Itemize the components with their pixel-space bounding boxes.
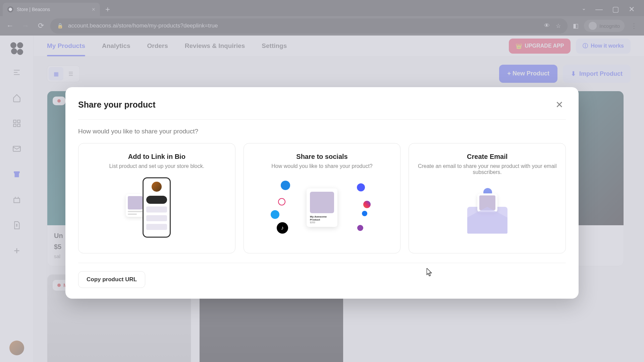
option-desc: Create an email to share your new produc… [416,163,559,175]
tiktok-icon: ♪ [277,222,288,234]
option-desc: List product and set up your store block… [85,163,228,169]
socials-illustration: My Awesome Product $200 ♪ [251,177,394,238]
option-desc: How would you like to share your product… [251,163,394,169]
social-icon [281,181,290,190]
share-option-email[interactable]: Create Email Create an email to share yo… [409,143,566,253]
option-title: Create Email [416,153,559,161]
option-title: Add to Link in Bio [85,153,228,161]
modal-overlay[interactable]: Share your product ✕ How would you like … [0,0,644,362]
share-option-linkbio[interactable]: Add to Link in Bio List product and set … [78,143,235,253]
messenger-icon [278,198,285,205]
share-modal: Share your product ✕ How would you like … [65,87,579,299]
facebook-icon [362,211,367,216]
modal-header: Share your product ✕ [78,98,566,120]
modal-close-button[interactable]: ✕ [552,98,566,111]
linkbio-illustration [85,177,228,238]
modal-subtitle: How would you like to share your product… [78,128,566,135]
modal-footer: Copy product URL [78,263,566,288]
share-option-socials[interactable]: Share to socials How would you like to s… [244,143,401,253]
option-title: Share to socials [251,153,394,161]
instagram-icon [363,201,371,208]
modal-title: Share your product [78,100,156,110]
copy-url-button[interactable]: Copy product URL [78,271,145,288]
social-icon [357,183,365,191]
twitter-icon [271,210,279,219]
share-options: Add to Link in Bio List product and set … [78,143,566,253]
social-icon [357,225,363,231]
email-illustration [416,183,559,244]
